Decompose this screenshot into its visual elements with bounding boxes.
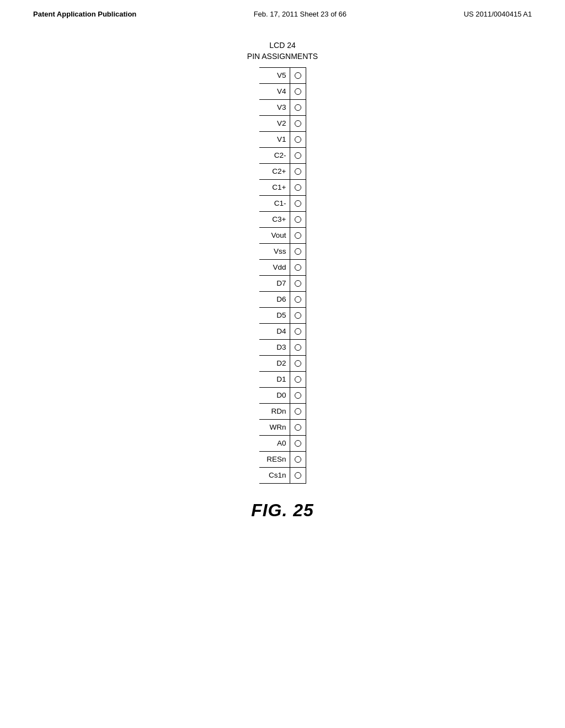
pin-circle-icon bbox=[295, 264, 301, 271]
pin-table: V5V4V3V2V1C2-C2+C1+C1-C3+VoutVssVddD7D6D… bbox=[259, 67, 306, 484]
pin-name: C1- bbox=[259, 196, 290, 211]
pin-row: D4 bbox=[259, 324, 306, 340]
pin-cell bbox=[290, 404, 306, 419]
pin-cell bbox=[290, 292, 306, 307]
pin-circle-icon bbox=[295, 376, 301, 383]
pin-cell bbox=[290, 196, 306, 211]
header-publication: Patent Application Publication bbox=[33, 10, 136, 18]
pin-name: V5 bbox=[259, 68, 290, 83]
pin-circle-icon bbox=[295, 232, 301, 239]
pin-row: Vss bbox=[259, 244, 306, 260]
pin-cell bbox=[290, 164, 306, 179]
pin-circle-icon bbox=[295, 184, 301, 191]
pin-name: Vout bbox=[259, 228, 290, 243]
pin-circle-icon bbox=[295, 72, 301, 79]
pin-circle-icon bbox=[295, 104, 301, 111]
pin-name: D2 bbox=[259, 356, 290, 371]
pin-name: RDn bbox=[259, 404, 290, 419]
pin-row: C2- bbox=[259, 148, 306, 164]
pin-name: Vdd bbox=[259, 260, 290, 275]
pin-cell bbox=[290, 84, 306, 99]
header-date-sheet: Feb. 17, 2011 Sheet 23 of 66 bbox=[254, 10, 347, 18]
pin-cell bbox=[290, 244, 306, 259]
pin-circle-icon bbox=[295, 280, 301, 287]
pin-cell bbox=[290, 212, 306, 227]
pin-row: RESn bbox=[259, 452, 306, 468]
diagram-title: LCD 24 PIN ASSIGNMENTS bbox=[247, 40, 318, 62]
pin-name: C2- bbox=[259, 148, 290, 163]
pin-cell bbox=[290, 148, 306, 163]
pin-name: A0 bbox=[259, 436, 290, 451]
pin-name: D7 bbox=[259, 276, 290, 291]
pin-row: V5 bbox=[259, 67, 306, 84]
pin-circle-icon bbox=[295, 136, 301, 143]
pin-assignments-label: PIN ASSIGNMENTS bbox=[247, 51, 318, 62]
pin-circle-icon bbox=[295, 392, 301, 399]
pin-circle-icon bbox=[295, 408, 301, 415]
pin-name: WRn bbox=[259, 420, 290, 435]
main-content: LCD 24 PIN ASSIGNMENTS V5V4V3V2V1C2-C2+C… bbox=[0, 18, 565, 521]
pin-cell bbox=[290, 68, 306, 83]
pin-circle-icon bbox=[295, 424, 301, 431]
pin-row: C3+ bbox=[259, 212, 306, 228]
pin-circle-icon bbox=[295, 296, 301, 303]
pin-cell bbox=[290, 468, 306, 483]
pin-name: C3+ bbox=[259, 212, 290, 227]
pin-row: V3 bbox=[259, 100, 306, 116]
pin-row: RDn bbox=[259, 404, 306, 420]
pin-name: D3 bbox=[259, 340, 290, 355]
pin-circle-icon bbox=[295, 200, 301, 207]
pin-row: Cs1n bbox=[259, 468, 306, 484]
pin-row: V1 bbox=[259, 132, 306, 148]
pin-name: V3 bbox=[259, 100, 290, 115]
pin-circle-icon bbox=[295, 328, 301, 335]
header-patent-number: US 2011/0040415 A1 bbox=[463, 10, 532, 18]
pin-name: D5 bbox=[259, 308, 290, 323]
pin-circle-icon bbox=[295, 248, 301, 255]
pin-name: RESn bbox=[259, 452, 290, 467]
pin-row: D5 bbox=[259, 308, 306, 324]
pin-circle-icon bbox=[295, 440, 301, 447]
pin-cell bbox=[290, 276, 306, 291]
pin-circle-icon bbox=[295, 216, 301, 223]
pin-cell bbox=[290, 116, 306, 131]
pin-name: C2+ bbox=[259, 164, 290, 179]
pin-row: D1 bbox=[259, 372, 306, 388]
pin-cell bbox=[290, 356, 306, 371]
pin-row: A0 bbox=[259, 436, 306, 452]
pin-circle-icon bbox=[295, 360, 301, 367]
pin-name: Vss bbox=[259, 244, 290, 259]
figure-label: FIG. 25 bbox=[251, 500, 314, 521]
pin-cell bbox=[290, 388, 306, 403]
pin-name: V1 bbox=[259, 132, 290, 147]
pin-cell bbox=[290, 340, 306, 355]
pin-name: V4 bbox=[259, 84, 290, 99]
pin-circle-icon bbox=[295, 472, 301, 479]
pin-cell bbox=[290, 228, 306, 243]
pin-row: C1- bbox=[259, 196, 306, 212]
pin-row: C2+ bbox=[259, 164, 306, 180]
pin-cell bbox=[290, 436, 306, 451]
pin-row: Vdd bbox=[259, 260, 306, 276]
pin-name: D0 bbox=[259, 388, 290, 403]
pin-cell bbox=[290, 308, 306, 323]
pin-cell bbox=[290, 324, 306, 339]
page-header: Patent Application Publication Feb. 17, … bbox=[0, 0, 565, 18]
pin-circle-icon bbox=[295, 168, 301, 175]
pin-name: C1+ bbox=[259, 180, 290, 195]
pin-row: D0 bbox=[259, 388, 306, 404]
pin-cell bbox=[290, 100, 306, 115]
pin-cell bbox=[290, 260, 306, 275]
pin-row: D6 bbox=[259, 292, 306, 308]
pin-circle-icon bbox=[295, 456, 301, 463]
pin-row: V4 bbox=[259, 84, 306, 100]
pin-row: D2 bbox=[259, 356, 306, 372]
pin-circle-icon bbox=[295, 120, 301, 127]
pin-circle-icon bbox=[295, 344, 301, 351]
pin-circle-icon bbox=[295, 88, 301, 95]
pin-row: Vout bbox=[259, 228, 306, 244]
pin-cell bbox=[290, 452, 306, 467]
pin-cell bbox=[290, 420, 306, 435]
pin-cell bbox=[290, 372, 306, 387]
pin-cell bbox=[290, 180, 306, 195]
